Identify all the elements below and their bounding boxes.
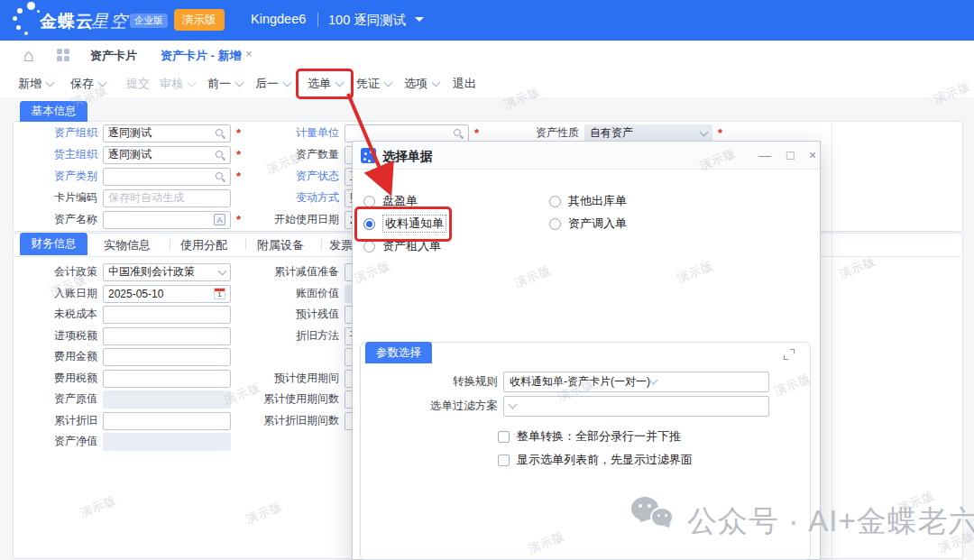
org-dropdown-caret-icon[interactable] — [415, 17, 424, 26]
search-icon[interactable] — [216, 150, 225, 161]
filter-scheme-select[interactable] — [503, 396, 769, 417]
dialog-titlebar[interactable]: 选择单据 — □ × — [353, 142, 820, 170]
unit-input[interactable] — [345, 124, 469, 142]
radio-row-asset-lease-in[interactable]: 资产租入单 — [363, 239, 441, 253]
owner-org-input[interactable]: 逐同测试 — [103, 146, 231, 164]
field-asset-nature: 资产性质 自有资产 — [503, 124, 722, 142]
chevron-down-icon[interactable] — [98, 78, 107, 87]
tab-physical-info[interactable]: 实物信息 — [104, 237, 151, 253]
tab-invoice[interactable]: 发票 — [329, 237, 353, 253]
checkbox-icon[interactable] — [498, 454, 510, 466]
chevron-down-icon[interactable] — [335, 78, 345, 87]
search-icon[interactable] — [216, 171, 225, 182]
maximize-icon[interactable]: □ — [786, 147, 794, 163]
tab-close-icon[interactable]: × — [245, 47, 253, 60]
toolbar-save-button[interactable]: 保存 — [70, 76, 106, 92]
section-tab-basic-info[interactable]: 基本信息 — [20, 101, 87, 122]
chevron-down-icon[interactable] — [283, 78, 292, 87]
radio-row-receiving-notice[interactable]: 收料通知单 — [363, 216, 446, 231]
kingdee-dialog-icon — [361, 148, 376, 163]
checkbox-row-show-filter-first[interactable]: 显示选单列表前，先显示过滤界面 — [498, 449, 693, 471]
conversion-rule-select[interactable]: 收料通知单-资产卡片(一对一) — [503, 372, 769, 392]
tab-asset-card-list[interactable]: 资产卡片 — [90, 48, 137, 64]
organization-selector[interactable]: 100 逐同测试 — [328, 12, 406, 29]
section-tab-parameters[interactable]: 参数选择 — [365, 342, 432, 363]
expense-amount-input[interactable] — [103, 348, 231, 366]
minimize-icon[interactable]: — — [758, 147, 771, 163]
form-column-divider — [832, 123, 832, 557]
checkbox-icon[interactable] — [498, 431, 510, 443]
field-asset-name: 资产名称 — [7, 210, 241, 229]
demo-version-badge[interactable]: 演示版 — [174, 9, 225, 31]
chevron-down-icon[interactable] — [432, 78, 441, 87]
field-accumulated-depreciation: 累计折旧 — [7, 411, 231, 430]
radio-icon[interactable] — [363, 196, 375, 207]
section-tab-finance-info[interactable]: 财务信息 — [20, 233, 87, 255]
expand-icon[interactable] — [784, 349, 795, 360]
field-net-value: 资产净值 — [7, 432, 231, 451]
field-input-tax: 进项税额 — [7, 326, 231, 345]
radio-icon[interactable] — [549, 218, 561, 230]
close-icon[interactable]: × — [809, 147, 816, 163]
field-filter-scheme: 选单过滤方案 — [353, 395, 769, 417]
field-card-number: 卡片编码 保存时自动生成 — [7, 188, 231, 207]
menu-grid-icon[interactable] — [57, 49, 69, 61]
calendar-icon[interactable] — [214, 288, 225, 299]
chevron-down-icon[interactable] — [46, 78, 55, 87]
field-accounting-policy: 会计政策 中国准则会计政策 — [7, 262, 231, 281]
input-tax-input[interactable] — [103, 327, 231, 345]
booking-date-input[interactable]: 2025-05-10 — [103, 285, 231, 303]
toolbar-audit-button: 审核 — [160, 76, 195, 92]
toolbar-new-button[interactable]: 新增 — [18, 76, 53, 92]
brand-name-secondary: 星空 — [91, 10, 129, 33]
required-marker — [236, 148, 241, 161]
radio-icon[interactable] — [549, 196, 561, 207]
asset-category-input[interactable] — [103, 168, 231, 186]
brand-name-primary: 金蝶云 — [40, 10, 94, 33]
radio-row-other-outbound[interactable]: 其他出库单 — [549, 194, 627, 208]
accounting-policy-select[interactable]: 中国准则会计政策 — [103, 263, 231, 281]
tab-asset-card-new[interactable]: 资产卡片 - 新增 — [161, 48, 242, 64]
chevron-down-icon[interactable] — [700, 127, 709, 136]
chevron-down-icon[interactable] — [649, 376, 658, 385]
tab-attached-equipment[interactable]: 附属设备 — [257, 237, 304, 253]
required-marker — [236, 170, 241, 183]
chevron-down-icon — [188, 78, 197, 87]
home-icon[interactable]: ⌂ — [23, 44, 34, 66]
asset-name-input[interactable] — [103, 211, 231, 229]
asset-org-input[interactable]: 逐同测试 — [103, 124, 231, 142]
toolbar-options-button[interactable]: 选项 — [404, 76, 439, 92]
field-owner-org: 货主组织 逐同测试 — [7, 145, 241, 164]
account-name[interactable]: Kingdee6 — [251, 12, 306, 26]
accumulated-depreciation-input[interactable] — [103, 412, 231, 430]
untaxed-cost-input[interactable] — [103, 306, 231, 324]
header-divider — [317, 13, 318, 27]
radio-row-asset-transfer-in[interactable]: 资产调入单 — [549, 216, 627, 231]
field-conversion-rule: 转换规则 收料通知单-资产卡片(一对一) — [353, 371, 769, 392]
search-icon[interactable] — [454, 128, 464, 139]
asset-nature-select[interactable]: 自有资产 — [584, 124, 712, 142]
field-expense-tax: 费用税额 — [7, 369, 231, 388]
tab-usage-allocation[interactable]: 使用分配 — [180, 237, 227, 253]
radio-icon[interactable] — [363, 241, 375, 252]
chevron-down-icon[interactable] — [509, 400, 518, 409]
toolbar-voucher-button[interactable]: 凭证 — [356, 76, 391, 92]
toolbar-next-button[interactable]: 后一 — [255, 76, 290, 92]
field-asset-org: 资产组织 逐同测试 — [7, 124, 241, 142]
search-icon[interactable] — [216, 128, 225, 139]
radio-row-inventory-gain[interactable]: 盘盈单 — [363, 194, 418, 208]
card-number-input[interactable]: 保存时自动生成 — [103, 189, 231, 207]
required-marker — [718, 126, 722, 140]
chevron-down-icon[interactable] — [384, 78, 393, 87]
toolbar-submit-button: 提交 — [126, 76, 150, 92]
toolbar-previous-button[interactable]: 前一 — [207, 76, 243, 92]
chevron-down-icon[interactable] — [218, 266, 227, 275]
chevron-down-icon[interactable] — [235, 78, 244, 87]
radio-selected-icon[interactable] — [363, 218, 375, 230]
expense-tax-input[interactable] — [103, 370, 231, 388]
checkbox-row-whole-bill[interactable]: 整单转换：全部分录行一并下推 — [498, 426, 681, 447]
text-edit-icon[interactable] — [214, 214, 225, 225]
toolbar-select-bill-button[interactable]: 选单 — [308, 76, 343, 92]
toolbar-exit-button[interactable]: 退出 — [453, 76, 476, 92]
field-asset-category: 资产类别 — [7, 167, 241, 186]
